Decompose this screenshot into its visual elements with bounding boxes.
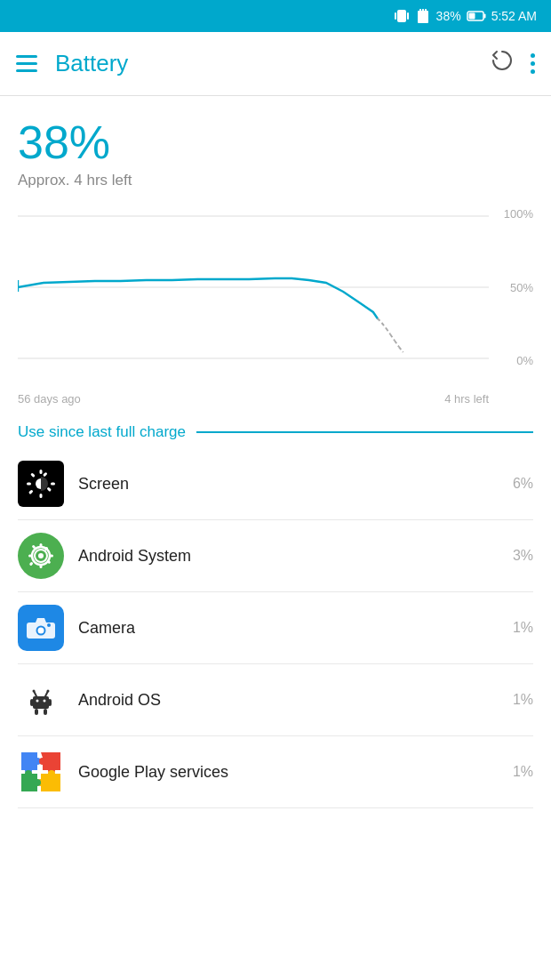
section-header-text: Use since last full charge [18, 423, 186, 441]
svg-rect-48 [44, 709, 47, 715]
svg-rect-4 [419, 9, 421, 12]
svg-rect-25 [30, 473, 36, 478]
android-os-icon [18, 677, 64, 723]
svg-point-31 [38, 553, 44, 558]
main-content: 38% Approx. 4 hrs left 100% 50% 0% [0, 96, 551, 808]
app-percent: 6% [501, 476, 533, 492]
svg-rect-45 [30, 699, 34, 706]
sdcard-icon [415, 7, 431, 25]
section-header-line [196, 431, 533, 433]
list-item[interactable]: Screen 6% [18, 448, 533, 520]
list-item[interactable]: Camera 1% [18, 592, 533, 664]
app-bar: Battery [0, 32, 551, 96]
battery-icon [467, 10, 486, 22]
svg-rect-27 [43, 472, 48, 478]
svg-line-13 [378, 318, 382, 323]
svg-line-15 [386, 328, 390, 334]
svg-point-42 [38, 628, 44, 634]
app-percent: 1% [501, 692, 533, 708]
app-name: Screen [78, 475, 487, 494]
app-name: Camera [78, 619, 487, 638]
app-percent: 1% [501, 620, 533, 636]
chart-right-time: 4 hrs left [444, 392, 489, 406]
chart-left-time: 56 days ago [18, 392, 81, 406]
more-options-button[interactable] [531, 53, 535, 74]
svg-rect-24 [51, 483, 55, 486]
list-item[interactable]: Android OS 1% [18, 664, 533, 736]
screen-icon [18, 461, 64, 507]
app-bar-right [490, 48, 535, 79]
svg-rect-26 [46, 487, 52, 493]
svg-rect-6 [425, 9, 427, 12]
app-percent: 3% [501, 548, 533, 564]
svg-rect-8 [483, 14, 485, 19]
battery-chart: 100% 50% 0% [18, 207, 533, 385]
svg-rect-32 [40, 543, 43, 547]
list-item[interactable]: Google Play services 1% [18, 736, 533, 808]
chart-label-0: 0% [504, 354, 533, 367]
svg-line-17 [395, 341, 399, 347]
svg-rect-46 [48, 699, 52, 706]
svg-rect-28 [28, 490, 34, 495]
svg-rect-1 [395, 12, 396, 20]
page-title: Battery [55, 50, 128, 77]
svg-rect-44 [33, 696, 49, 709]
chart-svg [18, 207, 489, 367]
app-name: Google Play services [78, 763, 487, 782]
svg-rect-33 [40, 565, 43, 568]
app-name: Android OS [78, 691, 487, 710]
app-usage-list: Screen 6% [18, 448, 533, 808]
svg-rect-3 [418, 11, 428, 23]
status-icons: 38% 5:52 AM [394, 7, 537, 25]
vibrate-icon [394, 7, 410, 25]
svg-rect-22 [40, 494, 43, 498]
status-bar: 38% 5:52 AM [0, 0, 551, 32]
svg-rect-5 [422, 9, 424, 12]
svg-point-50 [44, 700, 46, 703]
svg-point-49 [36, 700, 39, 703]
app-name: Android System [78, 547, 487, 566]
svg-rect-35 [50, 555, 53, 558]
android-system-icon [18, 533, 64, 579]
svg-point-54 [47, 690, 50, 693]
battery-percentage: 38% [18, 117, 533, 168]
camera-icon [18, 605, 64, 651]
svg-line-18 [399, 347, 403, 352]
battery-percent-status: 38% [436, 9, 461, 23]
refresh-button[interactable] [490, 48, 515, 79]
svg-line-14 [382, 323, 387, 328]
svg-rect-9 [468, 13, 475, 20]
section-header: Use since last full charge [18, 423, 533, 441]
app-bar-left: Battery [16, 50, 128, 77]
svg-rect-0 [397, 10, 406, 22]
svg-rect-34 [28, 555, 32, 558]
app-percent: 1% [501, 764, 533, 780]
menu-button[interactable] [16, 55, 37, 72]
chart-label-100: 100% [504, 207, 533, 221]
svg-point-53 [33, 690, 36, 693]
svg-line-16 [390, 334, 395, 341]
google-play-icon [18, 749, 64, 795]
svg-rect-39 [29, 562, 34, 566]
chart-bottom-labels: 56 days ago 4 hrs left [18, 392, 533, 406]
svg-point-43 [47, 623, 51, 627]
list-item[interactable]: Android System 3% [18, 520, 533, 592]
svg-rect-47 [35, 709, 38, 715]
time-status: 5:52 AM [491, 9, 537, 23]
svg-rect-21 [40, 470, 43, 474]
svg-rect-2 [407, 12, 409, 20]
chart-svg-wrapper [18, 207, 489, 367]
chart-label-50: 50% [504, 281, 533, 294]
svg-rect-23 [27, 483, 31, 486]
chart-right-labels: 100% 50% 0% [504, 207, 533, 385]
battery-time-left: Approx. 4 hrs left [18, 172, 533, 189]
